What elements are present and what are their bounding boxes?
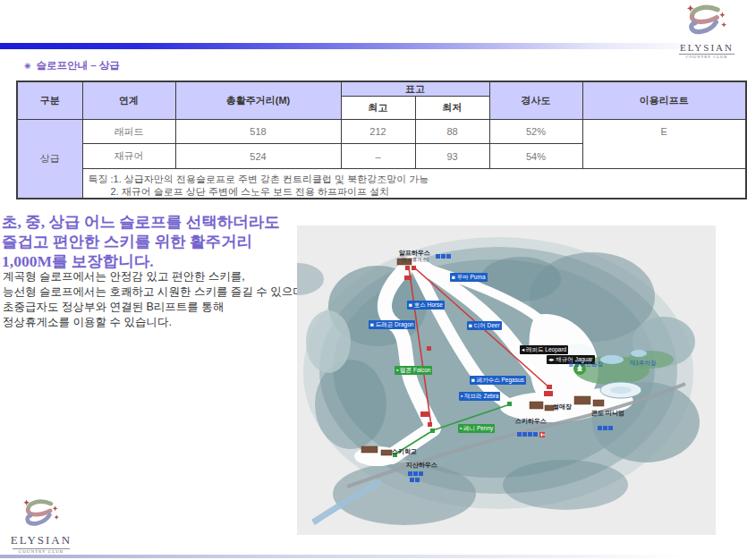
intro-paragraph: 초, 중, 상급 어느 슬로프를 선택하더라도 즐겁고 편안한 스키를 위한 활… [2, 212, 280, 271]
trail-label-zebra: ▪ 제브라 Zebra [459, 392, 500, 401]
col-header-elevation: 표고 [341, 81, 489, 97]
col-header-grade: 경사도 [489, 81, 582, 120]
slope-info-table: 구분 연계 총활주거리(M) 표고 경사도 이용리프트 최고 최저 상급 래퍼드… [16, 81, 747, 199]
map-label-sled-park: 썰매장 [553, 403, 572, 412]
body-line-3: 초중급자도 정상부와 연결된 B리프트를 통해 [3, 300, 307, 315]
col-header-elevation-min: 최저 [415, 97, 489, 120]
map-label-ski-school: 스키학교 [392, 447, 417, 456]
cell-distance: 518 [175, 120, 341, 144]
col-header-elevation-max: 최고 [341, 97, 415, 120]
map-label-condo: 콘도 미니엄 [591, 409, 624, 418]
logo-wordmark: ELYSIAN [5, 533, 77, 547]
col-header-category: 구분 [17, 81, 82, 120]
body-paragraph: 계곡형 슬로프에서는 안정감 있고 편안한 스키를, 능선형 슬로프에서는 호쾌… [3, 269, 307, 330]
ski-trail-map: 알프하우스 (정상휴게소) ■ 푸마 Puma ■ 호스 Horse ■ 드래곤… [297, 225, 716, 535]
trail-label-puma: ■ 푸마 Puma [450, 273, 488, 282]
trail-label-leopard: ◂ 레퍼드 Leopard [520, 345, 568, 354]
cell-features: 특징 :1. 상급자만의 전용슬로프로 주변 강촌 컨트리클럽 및 북한강조망이… [82, 169, 746, 199]
features-line-1: 특징 :1. 상급자만의 전용슬로프로 주변 강촌 컨트리클럽 및 북한강조망이… [89, 173, 746, 185]
intro-line-2: 즐겁고 편안한 스키를 위한 활주거리 [2, 232, 280, 251]
top-accent-bar [0, 43, 747, 49]
cell-category: 상급 [17, 120, 82, 199]
body-line-1: 계곡형 슬로프에서는 안정감 있고 편안한 스키를, [3, 269, 307, 284]
features-line-2: 2. 재규어 슬로프 상단 주변에 스노우 보드 전용 하프파이프 설치 [89, 185, 746, 198]
logo-wordmark: ELYSIAN [672, 42, 742, 53]
body-line-4: 정상휴게소를 이용할 수 있습니다. [3, 315, 307, 330]
elysian-swirl-icon [682, 3, 732, 38]
col-header-lift: 이용리프트 [582, 81, 746, 120]
col-header-link: 연계 [82, 81, 175, 120]
presentation-slide: ELYSIAN COUNTRY CLUB ✳슬로프안내 – 상급 구분 연계 총… [0, 0, 747, 560]
cell-slope-name: 래퍼드 [82, 120, 175, 144]
table-row: 상급 래퍼드 518 212 88 52% E [17, 120, 746, 144]
slope-table-container: 구분 연계 총활주거리(M) 표고 경사도 이용리프트 최고 최저 상급 래퍼드… [16, 81, 747, 199]
trail-label-penny: ▪ 페니 Penny [458, 424, 495, 433]
trail-label-pegasus: ■ 페가수스 Pegasus [470, 376, 526, 385]
intro-line-3: 1,000M를 보장합니다. [2, 251, 280, 271]
map-label-alp-house-sub: (정상휴게소) [401, 257, 429, 263]
map-label-ski-house: 스키하우스 [515, 417, 547, 426]
intro-line-1: 초, 중, 상급 어느 슬로프를 선택하더라도 [2, 212, 280, 232]
cell-elev-min: 93 [415, 144, 489, 169]
elysian-swirl-icon [19, 497, 64, 530]
logo-subtitle: COUNTRY CLUB [679, 54, 734, 59]
logo-subtitle: COUNTRY CLUB [13, 548, 70, 554]
col-header-distance: 총활주거리(M) [175, 81, 341, 120]
trail-label-horse: ■ 호스 Horse [407, 301, 445, 310]
cell-grade: 54% [489, 144, 582, 169]
cell-elev-max: – [341, 144, 415, 169]
page-title: ✳슬로프안내 – 상급 [24, 59, 120, 72]
title-text: 슬로프안내 – 상급 [37, 60, 120, 71]
body-line-2: 능선형 슬로프에서는 호쾌하고 시원한 스키를 즐길 수 있으며, [3, 284, 307, 300]
trail-label-falcon: ▪ 팰콘 Falcon [395, 366, 432, 375]
cell-slope-name: 재규어 [82, 144, 175, 169]
bottom-accent-bar [0, 555, 747, 558]
cell-distance: 524 [175, 144, 341, 169]
elysian-logo-bottom: ELYSIAN COUNTRY CLUB [5, 497, 77, 554]
title-bullet-icon: ✳ [24, 62, 31, 71]
cell-elev-min: 88 [415, 120, 489, 144]
map-label-base-house: 지산하우스 [406, 461, 437, 470]
trail-label-dragon: ■ 드래곤 Dragon [369, 320, 415, 329]
cell-elev-max: 212 [341, 120, 415, 144]
map-label-parking1: 제1주차장 [630, 360, 657, 368]
map-label-practice-slope: 슬로프연습장 [568, 361, 603, 369]
cell-lift: E [582, 120, 746, 169]
elysian-logo-top: ELYSIAN COUNTRY CLUB [672, 3, 742, 59]
trail-label-deer: ■ 디어 Deer [467, 321, 502, 330]
cell-grade: 52% [489, 120, 582, 144]
table-row-features: 특징 :1. 상급자만의 전용슬로프로 주변 강촌 컨트리클럽 및 북한강조망이… [17, 169, 746, 199]
